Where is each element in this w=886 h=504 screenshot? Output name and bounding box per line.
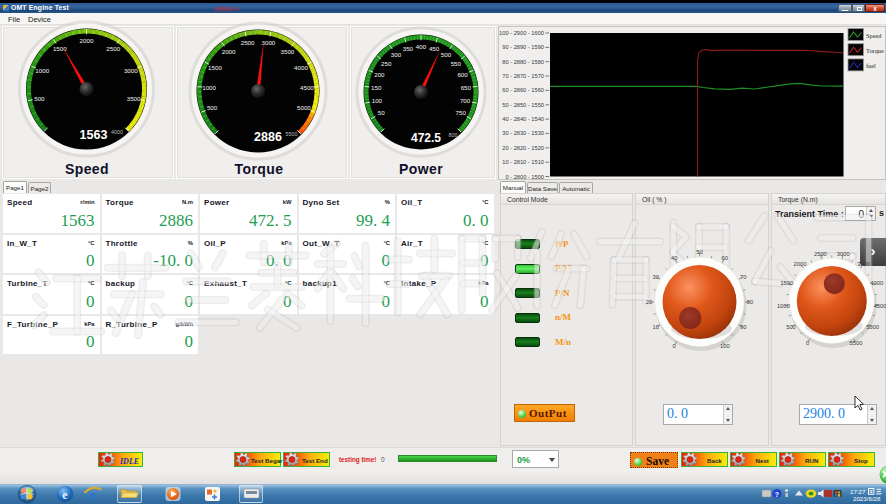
svg-text:20: 20	[646, 299, 652, 305]
svg-text:4500: 4500	[874, 303, 886, 309]
svg-text:80: 80	[747, 299, 753, 305]
svg-text:1000: 1000	[202, 84, 216, 91]
svg-text:60 - 2860 - 1560: 60 - 2860 - 1560	[502, 87, 544, 93]
svg-text:70 - 2870 - 1570: 70 - 2870 - 1570	[502, 73, 544, 79]
svg-text:1500: 1500	[208, 64, 222, 71]
svg-text:50: 50	[696, 249, 702, 255]
svg-text:40: 40	[671, 255, 677, 261]
svg-text:4000: 4000	[870, 280, 883, 286]
svg-text:450: 450	[429, 45, 440, 52]
svg-text:10: 10	[653, 324, 659, 330]
svg-text:700: 700	[460, 97, 471, 104]
svg-text:2000: 2000	[222, 48, 236, 55]
svg-text:0: 0	[806, 340, 809, 346]
svg-text:1000: 1000	[35, 67, 49, 74]
svg-text:650: 650	[461, 84, 472, 91]
svg-text:3500: 3500	[857, 261, 870, 267]
svg-text:400: 400	[416, 43, 427, 50]
svg-text:30 - 2830 - 1530: 30 - 2830 - 1530	[502, 130, 544, 136]
svg-text:5000: 5000	[297, 104, 311, 111]
svg-text:150: 150	[371, 84, 382, 91]
svg-text:800: 800	[449, 132, 458, 138]
svg-text:500: 500	[34, 95, 45, 102]
svg-text:90: 90	[740, 324, 746, 330]
svg-text:2000: 2000	[80, 37, 94, 44]
svg-text:100: 100	[372, 97, 383, 104]
svg-text:3000: 3000	[124, 67, 138, 74]
svg-text:?: ?	[775, 491, 779, 498]
svg-text:472.5: 472.5	[411, 131, 441, 145]
svg-text:40 - 2840 - 1540: 40 - 2840 - 1540	[502, 116, 544, 122]
svg-text:5500: 5500	[850, 340, 863, 346]
svg-text:50 - 2850 - 1550: 50 - 2850 - 1550	[502, 102, 544, 108]
svg-text:2500: 2500	[814, 251, 827, 257]
svg-text:3000: 3000	[837, 251, 850, 257]
svg-text:30: 30	[653, 274, 659, 280]
svg-text:100 - 2900 - 1600: 100 - 2900 - 1600	[499, 30, 544, 36]
svg-text:600: 600	[457, 71, 468, 78]
svg-text:2886: 2886	[254, 130, 282, 144]
svg-text:0: 0	[673, 343, 676, 349]
svg-text:Speed: Speed	[866, 32, 882, 39]
svg-text:500: 500	[786, 324, 796, 330]
svg-text:2500: 2500	[106, 45, 120, 52]
svg-text:4500: 4500	[300, 84, 314, 91]
svg-text:0 - 2800 - 1500: 0 - 2800 - 1500	[505, 174, 544, 180]
svg-text:50: 50	[378, 109, 385, 116]
svg-text:750: 750	[456, 109, 467, 116]
svg-text:500: 500	[207, 104, 218, 111]
svg-text:2000: 2000	[794, 261, 807, 267]
svg-text:250: 250	[381, 60, 392, 67]
svg-text:90 - 2890 - 1590: 90 - 2890 - 1590	[502, 44, 544, 50]
svg-text:2023/6/28: 2023/6/28	[853, 495, 881, 502]
svg-text:550: 550	[451, 60, 462, 67]
svg-text:1000: 1000	[777, 303, 790, 309]
svg-text:e: e	[62, 488, 68, 502]
svg-text:350: 350	[403, 45, 414, 52]
svg-text:80 - 2880 - 1580: 80 - 2880 - 1580	[502, 59, 544, 65]
svg-text:5000: 5000	[866, 324, 879, 330]
svg-text:5500: 5500	[285, 131, 297, 137]
svg-text:fuel: fuel	[866, 62, 876, 69]
svg-text:17:27: 17:27	[850, 488, 866, 495]
svg-text:4000: 4000	[294, 64, 308, 71]
svg-text:60: 60	[722, 255, 728, 261]
svg-text:70: 70	[740, 274, 746, 280]
svg-text:2500: 2500	[241, 39, 255, 46]
svg-text:20 - 2820 - 1520: 20 - 2820 - 1520	[502, 145, 544, 151]
svg-text:300: 300	[391, 51, 402, 58]
svg-text:3500: 3500	[281, 48, 295, 55]
svg-text:100: 100	[720, 343, 730, 349]
svg-text:3500: 3500	[127, 95, 141, 102]
svg-text:10 - 2810 - 1510: 10 - 2810 - 1510	[502, 159, 544, 165]
svg-text:4000: 4000	[111, 129, 123, 135]
svg-text:1500: 1500	[780, 280, 793, 286]
svg-text:200: 200	[374, 71, 385, 78]
svg-text:500: 500	[441, 51, 452, 58]
svg-text:Torque: Torque	[866, 47, 884, 54]
svg-text:1563: 1563	[80, 128, 108, 142]
